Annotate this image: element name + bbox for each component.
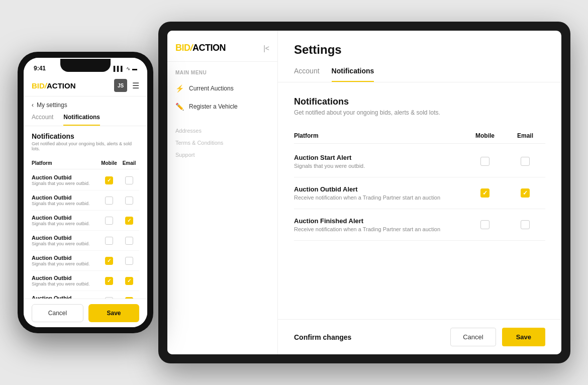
scene: BID/ACTION |< Main Menu ⚡ Current Auctio… [18, 12, 570, 373]
phone-notif-desc-2: Signals that you were outbid. [32, 221, 99, 226]
notification-row-0: Auction Start Alert Signals that you wer… [294, 146, 545, 177]
tablet-main-content: Settings Account Notifications Notificat… [278, 31, 561, 354]
checkbox-email-0 [505, 157, 545, 166]
phone-checkbox-mobile-2-input[interactable] [105, 217, 113, 225]
phone-notif-name-1: Auction Outbid [32, 195, 99, 201]
notification-name-1: Auction Outbid Alert [294, 185, 465, 193]
sidebar-section-title: Main Menu [167, 62, 277, 79]
phone-notification-row-6: Auction Outbid Signals that you were out… [32, 291, 139, 299]
notification-row-2: Auction Finished Alert Receive notificat… [294, 209, 545, 241]
phone-notification-row-4: Auction Outbid Signals that you were out… [32, 251, 139, 271]
phone-save-button[interactable]: Save [88, 304, 139, 322]
tablet-logo: BID/ACTION |< [167, 39, 277, 62]
phone-checkbox-mobile-4 [99, 257, 119, 265]
phone-notification-row-5: Auction Outbid Signals that you were out… [32, 271, 139, 291]
phone-checkbox-email-5 [119, 277, 139, 285]
phone-checkbox-mobile-4-input[interactable] [105, 257, 113, 265]
signal-icon: ▌▌▌ [114, 66, 124, 71]
checkbox-email-2 [505, 220, 545, 229]
phone-checkbox-mobile-2 [99, 217, 119, 225]
phone-breadcrumb: ‹ My settings [24, 97, 147, 114]
tablet-sidebar: BID/ACTION |< Main Menu ⚡ Current Auctio… [167, 31, 278, 354]
phone-checkbox-email-1-input[interactable] [125, 197, 133, 205]
phone-column-platform: Platform [32, 160, 99, 166]
column-mobile: Mobile [465, 132, 505, 139]
phone-notifications-subtitle: Get notified about your ongoing bids, al… [32, 141, 139, 151]
checkbox-email-0-input[interactable] [521, 157, 530, 166]
notification-name-2: Auction Finished Alert [294, 217, 465, 225]
phone-tabs: Account Notifications [24, 114, 147, 126]
notification-row-1: Auction Outbid Alert Receive notificatio… [294, 177, 545, 209]
phone-notif-info-3: Auction Outbid Signals that you were out… [32, 235, 99, 246]
phone-checkbox-email-4-input[interactable] [125, 257, 133, 265]
phone-time: 9:41 [34, 65, 46, 72]
phone-cancel-button[interactable]: Cancel [32, 304, 83, 322]
page-title: Settings [294, 43, 545, 57]
phone-notif-info-6: Auction Outbid Signals that you were out… [32, 295, 99, 299]
wifi-icon: ∿ [126, 66, 130, 71]
phone-notifications-content: Notifications Get notified about your on… [24, 126, 147, 299]
checkbox-email-2-input[interactable] [521, 220, 530, 229]
phone-tab-notifications[interactable]: Notifications [63, 114, 100, 126]
checkbox-email-1-input[interactable] [521, 188, 530, 198]
tablet-cancel-button[interactable]: Cancel [450, 328, 496, 346]
notification-desc-1: Receive notification when a Trading Part… [294, 195, 465, 201]
notifications-table: Platform Mobile Email Auction Start Aler… [294, 128, 545, 241]
collapse-sidebar-button[interactable]: |< [263, 44, 269, 52]
phone-checkbox-email-3-input[interactable] [125, 237, 133, 245]
phone-notif-name-0: Auction Outbid [32, 174, 99, 180]
back-arrow-icon[interactable]: ‹ [32, 102, 34, 109]
phone-notif-name-3: Auction Outbid [32, 235, 99, 241]
register-icon: ✏️ [175, 103, 184, 111]
notification-info-2: Auction Finished Alert Receive notificat… [294, 217, 465, 232]
sidebar-item-auctions[interactable]: ⚡ Current Auctions [167, 79, 277, 98]
phone-column-email: Email [119, 160, 139, 166]
tab-notifications[interactable]: Notifications [332, 67, 374, 82]
phone-checkbox-email-1 [119, 197, 139, 205]
phone-notification-row-1: Auction Outbid Signals that you were out… [32, 190, 139, 211]
phone-checkbox-email-4 [119, 257, 139, 265]
phone-checkbox-mobile-5 [99, 277, 119, 285]
phone-notif-name-4: Auction Outbid [32, 255, 99, 261]
phone-table-header: Platform Mobile Email [32, 157, 139, 169]
phone-checkbox-mobile-3 [99, 237, 119, 245]
phone-tab-account[interactable]: Account [32, 114, 53, 126]
phone-checkbox-email-2-input[interactable] [125, 217, 133, 225]
confirm-text: Confirm changes [294, 333, 351, 341]
tab-account[interactable]: Account [294, 67, 320, 82]
tablet-screen: BID/ACTION |< Main Menu ⚡ Current Auctio… [167, 31, 561, 354]
sidebar-item-register[interactable]: ✏️ Register a Vehicle [167, 98, 277, 116]
phone-header-actions: JS ☰ [114, 79, 139, 92]
user-avatar[interactable]: JS [114, 79, 127, 92]
notifications-subtitle: Get notified about your ongoing bids, al… [294, 109, 545, 116]
phone-notifications-title: Notifications [32, 132, 139, 140]
phone-checkbox-email-3 [119, 237, 139, 245]
notification-desc-2: Receive notification when a Trading Part… [294, 226, 465, 232]
phone-app-header: BID/ACTION JS ☰ [24, 75, 147, 97]
footer-buttons: Cancel Save [450, 328, 545, 346]
phone-brand-logo: BID/ACTION [32, 81, 76, 90]
checkbox-email-1 [505, 188, 545, 198]
notification-desc-0: Signals that you were outbid. [294, 163, 465, 169]
phone-checkbox-email-0-input[interactable] [125, 176, 133, 184]
checkbox-mobile-0-input[interactable] [480, 157, 489, 166]
battery-icon: ▬ [132, 66, 137, 71]
phone-checkbox-mobile-3-input[interactable] [105, 237, 113, 245]
settings-tabs: Account Notifications [294, 67, 545, 82]
phone-notif-desc-1: Signals that you were outbid. [32, 201, 99, 206]
phone-checkbox-mobile-1-input[interactable] [105, 197, 113, 205]
checkbox-mobile-1-input[interactable] [480, 188, 489, 198]
phone-checkbox-mobile-0-input[interactable] [105, 176, 113, 184]
tablet-device: BID/ACTION |< Main Menu ⚡ Current Auctio… [158, 22, 570, 363]
phone-checkbox-email-0 [119, 176, 139, 184]
checkbox-mobile-0 [465, 157, 505, 166]
phone-column-mobile: Mobile [99, 160, 119, 166]
notification-info-1: Auction Outbid Alert Receive notificatio… [294, 185, 465, 201]
phone-notif-name-2: Auction Outbid [32, 215, 99, 221]
phone-notification-rows: Auction Outbid Signals that you were out… [32, 170, 139, 299]
tablet-save-button[interactable]: Save [502, 328, 545, 346]
menu-icon[interactable]: ☰ [132, 81, 139, 90]
phone-checkbox-mobile-5-input[interactable] [105, 277, 113, 285]
phone-checkbox-email-5-input[interactable] [125, 277, 133, 285]
checkbox-mobile-2-input[interactable] [480, 220, 489, 229]
